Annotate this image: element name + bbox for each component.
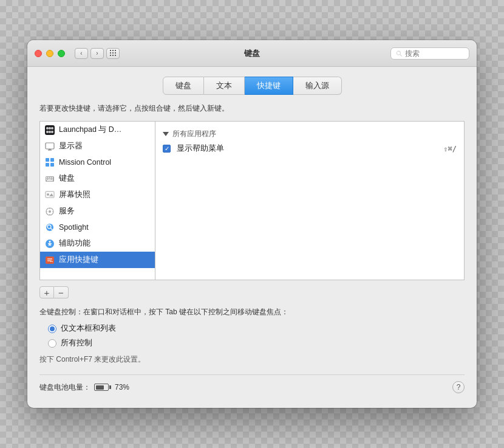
sidebar-item-display[interactable]: 显示器 (40, 138, 155, 154)
checkmark-icon: ✓ (165, 146, 169, 152)
svg-point-5 (51, 127, 53, 129)
tab-input[interactable]: 输入源 (293, 77, 342, 95)
display-icon (45, 142, 55, 151)
radio-label-textonly: 仅文本框和列表 (61, 323, 116, 334)
battery-text: 键盘电池电量： (39, 382, 90, 393)
sidebar-label-spotlight: Spotlight (59, 223, 89, 232)
list-controls: + − (39, 286, 465, 298)
grid-view-button[interactable] (106, 48, 120, 59)
sidebar-label-accessibility: 辅助功能 (59, 238, 90, 249)
svg-rect-11 (49, 149, 50, 150)
search-input[interactable] (405, 49, 464, 58)
tab-bar: 键盘 文本 快捷键 输入源 (39, 77, 465, 95)
svg-rect-22 (48, 179, 51, 180)
window-title: 键盘 (244, 48, 260, 59)
svg-point-0 (397, 51, 400, 55)
maximize-button[interactable] (58, 50, 65, 57)
right-panel: 所有应用程序 ✓ 显示帮助菜单 ⇧⌘/ (155, 122, 464, 280)
sidebar-label-services: 服务 (59, 206, 75, 216)
search-icon (396, 50, 402, 57)
add-button[interactable]: + (39, 286, 54, 298)
keyboard-icon (45, 174, 55, 184)
grid-icon (110, 50, 117, 57)
svg-rect-23 (52, 179, 53, 180)
accessibility-icon (45, 239, 55, 249)
svg-rect-24 (47, 180, 53, 181)
triangle-icon (163, 132, 169, 136)
svg-rect-20 (52, 177, 53, 178)
instruction-text: 若要更改快捷键，请选择它，点按组合键，然后键入新键。 (39, 103, 465, 114)
sidebar-item-screenshot[interactable]: 屏幕快照 (40, 187, 155, 203)
minimize-button[interactable] (46, 50, 53, 57)
svg-rect-15 (50, 163, 54, 167)
svg-rect-43 (46, 257, 54, 264)
keyboard-preferences-window: ‹ › 键盘 键盘 文本 快捷键 输入源 若要更改快 (27, 40, 477, 408)
sidebar-item-appshortcuts[interactable]: 应用快捷键 (40, 252, 155, 268)
svg-point-3 (46, 127, 49, 129)
svg-rect-18 (48, 177, 49, 178)
launchpad-icon (45, 125, 55, 135)
search-bar[interactable] (390, 47, 469, 60)
screenshot-icon (45, 190, 55, 200)
back-button[interactable]: ‹ (75, 48, 88, 59)
svg-point-4 (49, 127, 51, 129)
svg-rect-12 (46, 158, 49, 162)
radio-allcontrols[interactable]: 所有控制 (48, 338, 465, 348)
battery-fill (96, 385, 104, 390)
svg-line-1 (400, 54, 402, 56)
svg-point-29 (49, 210, 51, 213)
shortcut-label-0: 显示帮助菜单 (177, 143, 437, 154)
sidebar-label-launchpad: Launchpad 与 D… (59, 125, 121, 135)
svg-point-7 (49, 131, 51, 133)
svg-point-26 (47, 193, 49, 196)
radio-dot-textonly (50, 326, 55, 331)
sidebar-item-accessibility[interactable]: 辅助功能 (40, 235, 155, 252)
bottom-section: 全键盘控制：在窗口和对话框中，按下 Tab 键在以下控制之间移动键盘焦点： 仅文… (39, 298, 465, 370)
svg-rect-2 (45, 125, 55, 135)
appshortcuts-icon (45, 255, 55, 265)
tab-keyboard[interactable]: 键盘 (163, 77, 204, 95)
sidebar-item-services[interactable]: 服务 (40, 203, 155, 219)
radio-circle-textonly (48, 325, 56, 333)
sidebar-label-appshortcuts: 应用快捷键 (59, 255, 98, 265)
sidebar-item-launchpad[interactable]: Launchpad 与 D… (40, 122, 155, 138)
nav-buttons: ‹ › (75, 48, 104, 59)
svg-rect-17 (46, 177, 47, 178)
radio-textonly[interactable]: 仅文本框和列表 (48, 323, 465, 334)
battery-icon (94, 384, 111, 391)
svg-point-8 (51, 131, 53, 133)
svg-rect-9 (46, 143, 54, 149)
content-area: 键盘 文本 快捷键 输入源 若要更改快捷键，请选择它，点按组合键，然后键入新键。 (27, 67, 477, 408)
svg-rect-19 (50, 177, 51, 178)
sidebar-label-keyboard: 键盘 (59, 173, 75, 184)
main-area: Launchpad 与 D… 显示器 (39, 121, 465, 280)
mission-icon (45, 157, 55, 167)
sidebar-label-display: 显示器 (59, 141, 83, 151)
sidebar-label-mission: Mission Control (59, 158, 111, 167)
radio-label-allcontrols: 所有控制 (61, 338, 92, 348)
titlebar: ‹ › 键盘 (27, 40, 477, 67)
sidebar-item-keyboard[interactable]: 键盘 (40, 170, 155, 187)
sidebar-label-screenshot: 屏幕快照 (59, 190, 90, 200)
shortcut-keys-0: ⇧⌘/ (443, 145, 457, 153)
fullkbd-label: 全键盘控制：在窗口和对话框中，按下 Tab 键在以下控制之间移动键盘焦点： (39, 307, 465, 317)
forward-button[interactable]: › (90, 48, 104, 59)
tab-shortcuts[interactable]: 快捷键 (245, 77, 293, 95)
sidebar-list: Launchpad 与 D… 显示器 (40, 122, 155, 280)
svg-point-6 (46, 131, 49, 133)
battery-body (94, 384, 109, 391)
remove-button[interactable]: − (54, 286, 69, 298)
services-icon (45, 207, 55, 216)
radio-group: 仅文本框和列表 所有控制 (39, 323, 465, 348)
battery-percent: 73% (115, 383, 129, 391)
tab-text[interactable]: 文本 (204, 77, 245, 95)
footer: 键盘电池电量： 73% ? (39, 374, 465, 396)
sidebar-item-spotlight[interactable]: Spotlight (40, 219, 155, 235)
battery-tip (109, 385, 111, 389)
svg-rect-21 (46, 179, 47, 180)
shortcut-checkbox-0[interactable]: ✓ (163, 145, 171, 153)
sidebar-item-mission[interactable]: Mission Control (40, 154, 155, 170)
radio-circle-allcontrols (48, 339, 56, 348)
close-button[interactable] (35, 50, 42, 57)
help-button[interactable]: ? (452, 381, 465, 393)
